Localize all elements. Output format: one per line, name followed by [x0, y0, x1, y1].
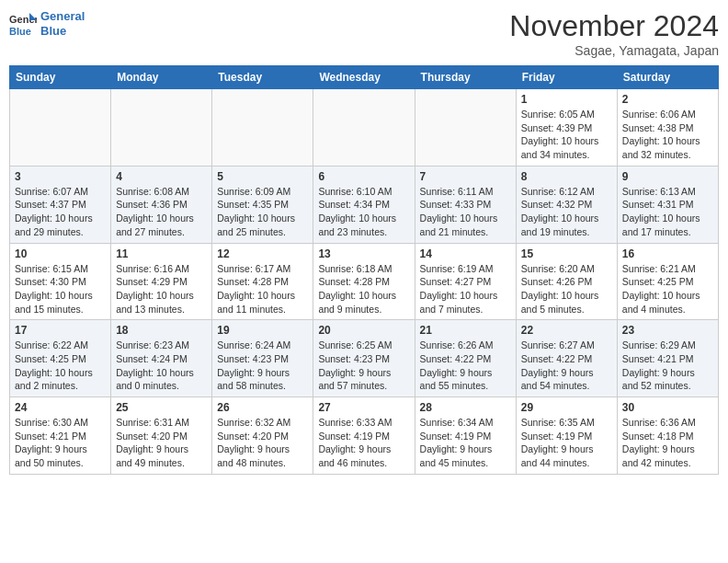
calendar-cell: 2Sunrise: 6:06 AM Sunset: 4:38 PM Daylig… [617, 89, 718, 167]
day-info: Sunrise: 6:36 AM Sunset: 4:18 PM Dayligh… [622, 416, 713, 470]
day-number: 24 [15, 401, 106, 414]
day-info: Sunrise: 6:21 AM Sunset: 4:25 PM Dayligh… [622, 262, 713, 316]
day-info: Sunrise: 6:29 AM Sunset: 4:21 PM Dayligh… [622, 339, 713, 393]
page-header: General Blue General Blue November 2024 … [9, 9, 719, 58]
day-info: Sunrise: 6:15 AM Sunset: 4:30 PM Dayligh… [15, 262, 106, 316]
calendar-cell: 11Sunrise: 6:16 AM Sunset: 4:29 PM Dayli… [111, 243, 212, 320]
calendar-cell: 3Sunrise: 6:07 AM Sunset: 4:37 PM Daylig… [10, 166, 111, 243]
day-number: 25 [116, 401, 207, 414]
calendar-cell: 9Sunrise: 6:13 AM Sunset: 4:31 PM Daylig… [617, 166, 718, 243]
day-info: Sunrise: 6:31 AM Sunset: 4:20 PM Dayligh… [116, 416, 207, 470]
weekday-header: Sunday [10, 66, 111, 89]
day-number: 10 [15, 247, 106, 260]
day-number: 7 [420, 170, 511, 183]
calendar-cell [313, 89, 415, 167]
weekday-header: Wednesday [313, 66, 415, 89]
day-number: 19 [217, 324, 308, 337]
day-number: 11 [116, 247, 207, 260]
day-number: 6 [318, 170, 409, 183]
calendar-cell: 19Sunrise: 6:24 AM Sunset: 4:23 PM Dayli… [212, 320, 313, 397]
calendar-cell: 28Sunrise: 6:34 AM Sunset: 4:19 PM Dayli… [415, 397, 516, 475]
calendar-cell: 6Sunrise: 6:10 AM Sunset: 4:34 PM Daylig… [313, 166, 415, 243]
weekday-header: Saturday [617, 66, 718, 89]
calendar-cell: 13Sunrise: 6:18 AM Sunset: 4:28 PM Dayli… [313, 243, 415, 320]
calendar-cell: 4Sunrise: 6:08 AM Sunset: 4:36 PM Daylig… [111, 166, 212, 243]
day-number: 18 [116, 324, 207, 337]
calendar-cell: 5Sunrise: 6:09 AM Sunset: 4:35 PM Daylig… [212, 166, 313, 243]
logo-line1: General [40, 9, 85, 23]
day-number: 16 [622, 247, 713, 260]
logo-line2: Blue [40, 24, 66, 38]
title-block: November 2024 Sagae, Yamagata, Japan [509, 9, 719, 58]
day-info: Sunrise: 6:05 AM Sunset: 4:39 PM Dayligh… [521, 108, 612, 162]
day-info: Sunrise: 6:30 AM Sunset: 4:21 PM Dayligh… [15, 416, 106, 470]
calendar-cell: 20Sunrise: 6:25 AM Sunset: 4:23 PM Dayli… [313, 320, 415, 397]
day-info: Sunrise: 6:26 AM Sunset: 4:22 PM Dayligh… [420, 339, 511, 393]
calendar-cell [111, 89, 212, 167]
calendar-cell: 17Sunrise: 6:22 AM Sunset: 4:25 PM Dayli… [10, 320, 111, 397]
day-number: 17 [15, 324, 106, 337]
calendar-cell: 26Sunrise: 6:32 AM Sunset: 4:20 PM Dayli… [212, 397, 313, 475]
weekday-header: Tuesday [212, 66, 313, 89]
calendar-cell: 24Sunrise: 6:30 AM Sunset: 4:21 PM Dayli… [10, 397, 111, 475]
calendar-cell [10, 89, 111, 167]
day-info: Sunrise: 6:09 AM Sunset: 4:35 PM Dayligh… [217, 185, 308, 239]
calendar-week-row: 24Sunrise: 6:30 AM Sunset: 4:21 PM Dayli… [10, 397, 719, 475]
day-info: Sunrise: 6:17 AM Sunset: 4:28 PM Dayligh… [217, 262, 308, 316]
day-number: 2 [622, 93, 713, 106]
calendar-cell: 15Sunrise: 6:20 AM Sunset: 4:26 PM Dayli… [516, 243, 617, 320]
logo-icon: General Blue [9, 11, 37, 37]
day-number: 1 [521, 93, 612, 106]
day-info: Sunrise: 6:18 AM Sunset: 4:28 PM Dayligh… [318, 262, 409, 316]
day-number: 5 [217, 170, 308, 183]
day-number: 15 [521, 247, 612, 260]
calendar-week-row: 17Sunrise: 6:22 AM Sunset: 4:25 PM Dayli… [10, 320, 719, 397]
day-info: Sunrise: 6:22 AM Sunset: 4:25 PM Dayligh… [15, 339, 106, 393]
day-info: Sunrise: 6:20 AM Sunset: 4:26 PM Dayligh… [521, 262, 612, 316]
day-number: 4 [116, 170, 207, 183]
calendar-cell: 21Sunrise: 6:26 AM Sunset: 4:22 PM Dayli… [415, 320, 516, 397]
day-info: Sunrise: 6:12 AM Sunset: 4:32 PM Dayligh… [521, 185, 612, 239]
calendar-cell: 12Sunrise: 6:17 AM Sunset: 4:28 PM Dayli… [212, 243, 313, 320]
day-info: Sunrise: 6:11 AM Sunset: 4:33 PM Dayligh… [420, 185, 511, 239]
day-number: 30 [622, 401, 713, 414]
day-info: Sunrise: 6:27 AM Sunset: 4:22 PM Dayligh… [521, 339, 612, 393]
weekday-header: Monday [111, 66, 212, 89]
day-number: 21 [420, 324, 511, 337]
day-number: 22 [521, 324, 612, 337]
month-title: November 2024 [509, 9, 719, 43]
day-info: Sunrise: 6:25 AM Sunset: 4:23 PM Dayligh… [318, 339, 409, 393]
calendar-cell: 27Sunrise: 6:33 AM Sunset: 4:19 PM Dayli… [313, 397, 415, 475]
calendar-cell: 22Sunrise: 6:27 AM Sunset: 4:22 PM Dayli… [516, 320, 617, 397]
day-number: 8 [521, 170, 612, 183]
logo: General Blue General Blue [9, 9, 85, 38]
day-info: Sunrise: 6:23 AM Sunset: 4:24 PM Dayligh… [116, 339, 207, 393]
calendar-cell: 1Sunrise: 6:05 AM Sunset: 4:39 PM Daylig… [516, 89, 617, 167]
day-info: Sunrise: 6:32 AM Sunset: 4:20 PM Dayligh… [217, 416, 308, 470]
calendar-cell: 23Sunrise: 6:29 AM Sunset: 4:21 PM Dayli… [617, 320, 718, 397]
day-number: 3 [15, 170, 106, 183]
day-number: 29 [521, 401, 612, 414]
day-info: Sunrise: 6:13 AM Sunset: 4:31 PM Dayligh… [622, 185, 713, 239]
day-info: Sunrise: 6:06 AM Sunset: 4:38 PM Dayligh… [622, 108, 713, 162]
calendar-cell [415, 89, 516, 167]
weekday-header: Thursday [415, 66, 516, 89]
calendar-cell: 10Sunrise: 6:15 AM Sunset: 4:30 PM Dayli… [10, 243, 111, 320]
day-number: 12 [217, 247, 308, 260]
day-number: 26 [217, 401, 308, 414]
day-number: 28 [420, 401, 511, 414]
calendar-cell: 30Sunrise: 6:36 AM Sunset: 4:18 PM Dayli… [617, 397, 718, 475]
calendar: SundayMondayTuesdayWednesdayThursdayFrid… [9, 65, 719, 475]
day-info: Sunrise: 6:19 AM Sunset: 4:27 PM Dayligh… [420, 262, 511, 316]
calendar-week-row: 1Sunrise: 6:05 AM Sunset: 4:39 PM Daylig… [10, 89, 719, 167]
logo-text: General Blue [40, 9, 85, 38]
day-info: Sunrise: 6:08 AM Sunset: 4:36 PM Dayligh… [116, 185, 207, 239]
calendar-cell [212, 89, 313, 167]
day-number: 23 [622, 324, 713, 337]
svg-text:Blue: Blue [9, 26, 31, 37]
day-number: 9 [622, 170, 713, 183]
calendar-cell: 29Sunrise: 6:35 AM Sunset: 4:19 PM Dayli… [516, 397, 617, 475]
calendar-cell: 7Sunrise: 6:11 AM Sunset: 4:33 PM Daylig… [415, 166, 516, 243]
day-number: 14 [420, 247, 511, 260]
calendar-body: 1Sunrise: 6:05 AM Sunset: 4:39 PM Daylig… [10, 89, 719, 475]
